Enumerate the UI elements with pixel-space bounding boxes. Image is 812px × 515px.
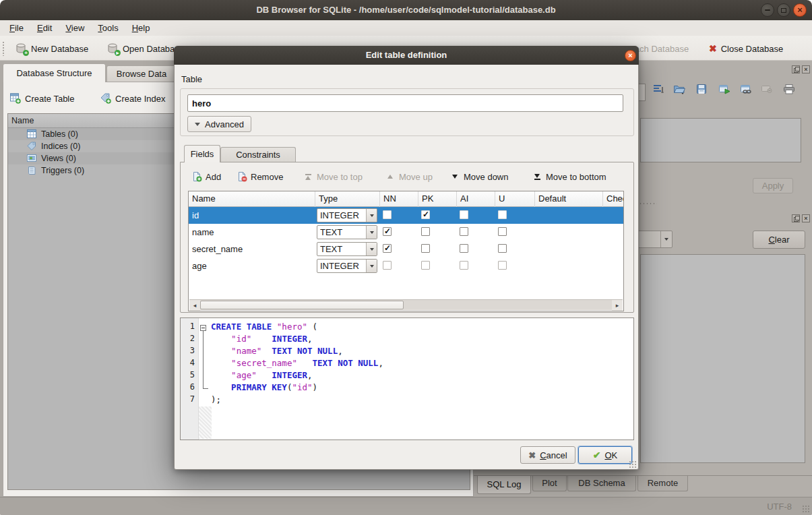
menu-file[interactable]: File <box>3 22 30 34</box>
ai-checkbox[interactable] <box>460 244 468 253</box>
menu-tools[interactable]: Tools <box>91 22 125 34</box>
nn-checkbox[interactable] <box>383 244 392 253</box>
column-header-check[interactable]: Check <box>603 191 624 207</box>
scrollbar-thumb[interactable] <box>200 301 404 309</box>
move-to-top-button[interactable]: Move to top <box>303 167 363 186</box>
menu-view[interactable]: View <box>59 22 91 34</box>
minimize-button[interactable] <box>761 3 774 17</box>
fold-marker-icon[interactable] <box>200 325 206 331</box>
field-row-name[interactable]: nameTEXT <box>189 224 624 241</box>
dock-close-button[interactable]: × <box>802 214 810 222</box>
dialog-resize-grip[interactable] <box>629 460 636 468</box>
remove-button[interactable]: Remove <box>237 167 283 186</box>
type-combobox[interactable]: TEXT <box>317 242 377 256</box>
chevron-down-icon[interactable] <box>366 243 377 255</box>
ai-checkbox[interactable] <box>460 227 468 236</box>
close-window-button[interactable]: × <box>793 3 807 17</box>
chevron-down-icon[interactable] <box>366 226 377 239</box>
print-icon[interactable] <box>783 84 797 96</box>
sql-log-view[interactable] <box>640 254 805 463</box>
button-label: OK <box>604 450 617 460</box>
new-database-button[interactable]: + New Database <box>15 40 88 57</box>
save-file-icon[interactable] <box>696 84 710 96</box>
column-header-ai[interactable]: AI <box>457 191 495 207</box>
clear-button[interactable]: Clear <box>753 231 805 249</box>
add-button[interactable]: Add <box>191 167 221 186</box>
maximize-button[interactable] <box>777 3 790 17</box>
u-checkbox[interactable] <box>498 227 507 236</box>
scroll-left-button[interactable]: ◂ <box>189 300 200 311</box>
create-table-button[interactable]: Create Table <box>10 89 74 108</box>
chevron-down-icon <box>195 123 200 126</box>
move-to-bottom-button[interactable]: Move to bottom <box>532 167 606 186</box>
create-index-button[interactable]: Create Index <box>100 89 165 108</box>
move-up-button[interactable]: Move up <box>385 167 433 186</box>
chevron-down-icon[interactable] <box>366 260 377 272</box>
nn-checkbox[interactable] <box>383 261 392 270</box>
type-combobox[interactable]: TEXT <box>317 225 377 239</box>
tab-browse-data[interactable]: Browse Data <box>106 65 177 82</box>
field-check-cell <box>603 207 624 224</box>
log-filter-combobox[interactable] <box>633 231 673 248</box>
horizontal-scrollbar[interactable]: ◂ ▸ <box>189 299 623 310</box>
tab-database-structure[interactable]: Database Structure <box>3 63 106 82</box>
move-down-button[interactable]: Move down <box>449 167 508 186</box>
tab-constraints[interactable]: Constraints <box>220 147 296 162</box>
apply-button[interactable]: Apply <box>753 178 793 193</box>
execute-icon[interactable] <box>718 84 732 96</box>
cell-editor[interactable] <box>640 118 801 162</box>
set-null-icon[interactable] <box>761 84 774 96</box>
tab-fields[interactable]: Fields <box>184 145 220 162</box>
dock-float-button[interactable] <box>792 214 800 222</box>
tab-plot[interactable]: Plot <box>532 476 567 491</box>
pk-checkbox[interactable] <box>421 227 430 236</box>
ai-checkbox[interactable] <box>460 210 468 219</box>
open-database-button[interactable]: ▸ Open Database <box>106 40 184 57</box>
ai-checkbox[interactable] <box>460 261 468 270</box>
link-icon[interactable] <box>740 84 753 96</box>
column-header-name[interactable]: Name <box>189 191 315 207</box>
cell-mode-combobox-partial[interactable] <box>639 84 646 101</box>
field-row-secret_name[interactable]: secret_nameTEXT <box>189 241 624 258</box>
column-header-u[interactable]: U <box>495 191 535 207</box>
cancel-button[interactable]: ✖Cancel <box>520 446 575 464</box>
field-row-age[interactable]: ageINTEGER <box>189 258 624 274</box>
pk-checkbox[interactable] <box>421 210 430 219</box>
table-name-input[interactable] <box>187 94 623 112</box>
ok-button[interactable]: ✔OK <box>578 446 632 464</box>
u-checkbox[interactable] <box>498 244 507 253</box>
u-checkbox[interactable] <box>498 261 507 270</box>
tree-item-label: Triggers (0) <box>41 166 84 175</box>
column-header-default[interactable]: Default <box>535 191 603 207</box>
menu-help[interactable]: Help <box>125 22 157 34</box>
column-header-pk[interactable]: PK <box>418 191 457 207</box>
advanced-button[interactable]: Advanced <box>187 116 251 132</box>
column-header-type[interactable]: Type <box>315 191 380 207</box>
dock-float-button[interactable] <box>792 65 800 73</box>
nn-checkbox[interactable] <box>383 210 392 219</box>
field-check-cell <box>603 258 624 274</box>
field-row-id[interactable]: idINTEGER <box>189 207 624 224</box>
sql-preview-editor[interactable]: 1CREATE TABLE "hero" (2 "id" INTEGER,3 "… <box>180 317 634 440</box>
type-combobox[interactable]: INTEGER <box>317 259 377 273</box>
gutter-end-hatch <box>199 406 212 439</box>
column-header-nn[interactable]: NN <box>380 191 418 207</box>
open-file-icon[interactable] <box>673 84 687 96</box>
tab-remote[interactable]: Remote <box>637 476 688 491</box>
pk-checkbox[interactable] <box>421 244 430 253</box>
nn-checkbox[interactable] <box>383 227 392 236</box>
pk-checkbox[interactable] <box>421 261 430 270</box>
toolbar-drag-handle[interactable] <box>2 41 5 56</box>
scroll-right-button[interactable]: ▸ <box>612 300 623 311</box>
dock-close-button[interactable]: × <box>802 65 810 73</box>
dialog-close-button[interactable]: × <box>625 50 636 61</box>
close-database-button[interactable]: ✖ Close Database <box>709 40 783 57</box>
menu-edit[interactable]: Edit <box>30 22 59 34</box>
tab-db-schema[interactable]: DB Schema <box>567 476 636 491</box>
type-combobox[interactable]: INTEGER <box>317 208 377 222</box>
text-mode-icon[interactable] <box>653 84 666 96</box>
u-checkbox[interactable] <box>498 210 507 219</box>
chevron-down-icon[interactable] <box>366 209 377 222</box>
tab-sql-log[interactable]: SQL Log <box>477 476 531 494</box>
window-resize-grip[interactable] <box>802 505 810 513</box>
